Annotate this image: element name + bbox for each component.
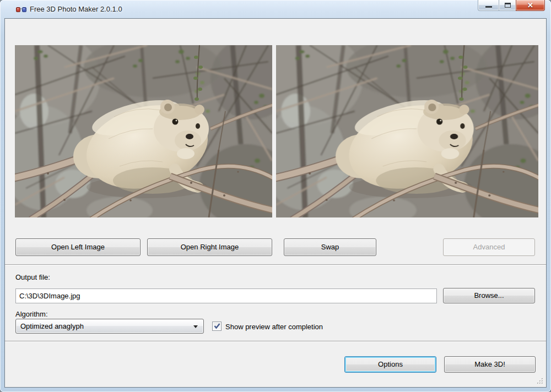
separator xyxy=(5,341,546,342)
titlebar[interactable]: Free 3D Photo Maker 2.0.1.0 ✕ xyxy=(0,0,551,18)
output-file-label: Output file: xyxy=(15,273,50,281)
show-preview-checkbox[interactable] xyxy=(212,322,222,331)
3d-glasses-icon xyxy=(16,6,26,13)
advanced-button: Advanced xyxy=(443,238,535,256)
maximize-icon xyxy=(505,3,511,8)
close-button[interactable]: ✕ xyxy=(516,0,545,11)
show-preview-label[interactable]: Show preview after completion xyxy=(225,323,323,331)
algorithm-selected-value: Optimized anaglyph xyxy=(20,322,84,330)
maximize-button[interactable] xyxy=(499,0,516,11)
browse-button[interactable]: Browse... xyxy=(443,288,535,303)
app-window: Free 3D Photo Maker 2.0.1.0 ✕ Open Left … xyxy=(0,0,551,392)
algorithm-dropdown[interactable]: Optimized anaglyph xyxy=(15,319,204,334)
right-image-preview xyxy=(276,45,538,217)
check-mark-icon xyxy=(213,322,221,330)
swap-button[interactable]: Swap xyxy=(284,238,376,256)
open-left-image-button[interactable]: Open Left Image xyxy=(15,238,141,256)
left-image-preview xyxy=(15,45,272,217)
close-icon: ✕ xyxy=(527,2,533,9)
window-controls: ✕ xyxy=(478,0,545,11)
client-area: Open Left Image Open Right Image Swap Ad… xyxy=(4,18,547,388)
make-3d-button[interactable]: Make 3D! xyxy=(444,356,536,373)
options-button[interactable]: Options xyxy=(344,356,436,373)
algorithm-label: Algorithm: xyxy=(15,310,48,318)
output-file-input[interactable] xyxy=(15,288,437,303)
resize-grip-icon[interactable] xyxy=(536,377,544,385)
separator xyxy=(5,264,546,265)
minimize-icon xyxy=(485,6,492,8)
chevron-down-icon xyxy=(193,325,198,328)
window-title: Free 3D Photo Maker 2.0.1.0 xyxy=(30,5,122,13)
open-right-image-button[interactable]: Open Right Image xyxy=(147,238,272,256)
minimize-button[interactable] xyxy=(478,0,499,11)
